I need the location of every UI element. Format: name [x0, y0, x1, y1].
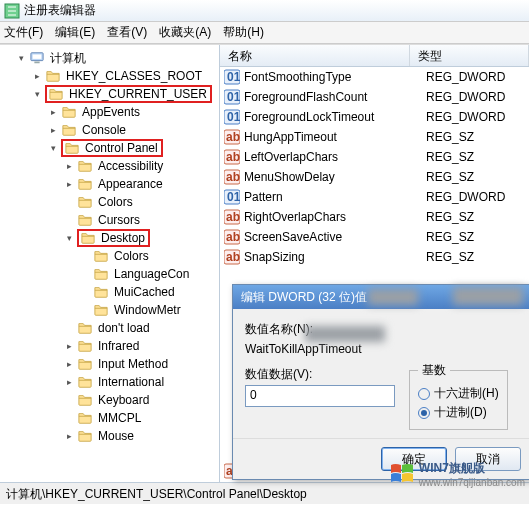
expand-icon[interactable]: ▸ [64, 431, 75, 442]
dialog-title[interactable]: 编辑 DWORD (32 位)值 [233, 285, 529, 309]
tree-desktop-colors[interactable]: Colors [2, 247, 219, 265]
value-name: FontSmoothingType [244, 70, 426, 84]
folder-icon [77, 357, 93, 371]
tree-colors[interactable]: Colors [2, 193, 219, 211]
folder-icon [93, 267, 109, 281]
list-row[interactable]: FontSmoothingTypeREG_DWORD [220, 67, 529, 87]
base-legend: 基数 [418, 362, 450, 379]
menu-edit[interactable]: 编辑(E) [55, 24, 95, 41]
value-name: SnapSizing [244, 250, 426, 264]
tree-root[interactable]: ▾计算机 [2, 49, 219, 67]
expand-icon[interactable]: ▸ [64, 179, 75, 190]
sz-value-icon [224, 209, 240, 225]
expand-icon[interactable]: ▸ [64, 341, 75, 352]
folder-icon [77, 375, 93, 389]
tree-windowmetr[interactable]: WindowMetr [2, 301, 219, 319]
value-name: ForegroundFlashCount [244, 90, 426, 104]
tree-languagecon[interactable]: LanguageCon [2, 265, 219, 283]
tree-hkcr[interactable]: ▸HKEY_CLASSES_ROOT [2, 67, 219, 85]
list-row[interactable]: ForegroundLockTimeoutREG_DWORD [220, 107, 529, 127]
computer-icon [29, 51, 45, 65]
tree-international[interactable]: ▸International [2, 373, 219, 391]
collapse-icon[interactable]: ▾ [64, 233, 75, 244]
value-name: HungAppTimeout [244, 130, 426, 144]
tree-mmcpl[interactable]: MMCPL [2, 409, 219, 427]
tree-inputmethod[interactable]: ▸Input Method [2, 355, 219, 373]
tree-mouse[interactable]: ▸Mouse [2, 427, 219, 445]
windows-logo-icon [389, 463, 415, 485]
list-row[interactable]: SnapSizingREG_SZ [220, 247, 529, 267]
folder-icon [80, 231, 96, 245]
list-row[interactable]: MenuShowDelayREG_SZ [220, 167, 529, 187]
column-name[interactable]: 名称 [220, 45, 410, 66]
expand-icon[interactable]: ▸ [64, 359, 75, 370]
tree-appearance[interactable]: ▸Appearance [2, 175, 219, 193]
expand-icon[interactable]: ▸ [32, 71, 43, 82]
tree-desktop[interactable]: ▾Desktop [2, 229, 219, 247]
tree-infrared[interactable]: ▸Infrared [2, 337, 219, 355]
list-row[interactable]: RightOverlapCharsREG_SZ [220, 207, 529, 227]
base-fieldset: 基数 十六进制(H) 十进制(D) [409, 362, 508, 430]
folder-icon [93, 249, 109, 263]
data-label: 数值数据(V): [245, 366, 395, 383]
tree-accessibility[interactable]: ▸Accessibility [2, 157, 219, 175]
collapse-icon[interactable]: ▾ [32, 89, 43, 100]
tree-dontload[interactable]: don't load [2, 319, 219, 337]
value-type: REG_DWORD [426, 90, 529, 104]
radio-dec[interactable]: 十进制(D) [418, 404, 499, 421]
dword-value-icon [224, 89, 240, 105]
value-data-input[interactable]: 0 [245, 385, 395, 407]
folder-icon [77, 213, 93, 227]
value-name: RightOverlapChars [244, 210, 426, 224]
value-type: REG_SZ [426, 230, 529, 244]
sz-value-icon [224, 149, 240, 165]
titlebar: 注册表编辑器 [0, 0, 529, 22]
column-type[interactable]: 类型 [410, 45, 529, 66]
tree-muicached[interactable]: MuiCached [2, 283, 219, 301]
tree-cursors[interactable]: Cursors [2, 211, 219, 229]
value-type: REG_SZ [426, 250, 529, 264]
collapse-icon[interactable]: ▾ [48, 143, 59, 154]
value-name-display: WaitToKillAppTimeout [245, 340, 519, 362]
list-row[interactable]: ScreenSaveActiveREG_SZ [220, 227, 529, 247]
tree-controlpanel[interactable]: ▾Control Panel [2, 139, 219, 157]
value-name: MenuShowDelay [244, 170, 426, 184]
menu-favorites[interactable]: 收藏夹(A) [159, 24, 211, 41]
value-type: REG_SZ [426, 170, 529, 184]
tree-console[interactable]: ▸Console [2, 121, 219, 139]
folder-icon [77, 429, 93, 443]
sz-value-icon [224, 169, 240, 185]
radio-hex[interactable]: 十六进制(H) [418, 385, 499, 402]
list-row[interactable]: HungAppTimeoutREG_SZ [220, 127, 529, 147]
tree-pane[interactable]: ▾计算机 ▸HKEY_CLASSES_ROOT ▾HKEY_CURRENT_US… [0, 45, 220, 482]
menu-help[interactable]: 帮助(H) [223, 24, 264, 41]
watermark: WIN7旗舰版 www.win7qijianban.com [389, 460, 525, 488]
menu-view[interactable]: 查看(V) [107, 24, 147, 41]
tree-keyboard[interactable]: Keyboard [2, 391, 219, 409]
collapse-icon[interactable]: ▾ [16, 53, 27, 64]
value-type: REG_DWORD [426, 110, 529, 124]
expand-icon[interactable]: ▸ [48, 125, 59, 136]
expand-icon[interactable]: ▸ [64, 161, 75, 172]
folder-icon [93, 285, 109, 299]
regedit-icon [4, 3, 20, 19]
dword-value-icon [224, 109, 240, 125]
dword-value-icon [224, 189, 240, 205]
menu-file[interactable]: 文件(F) [4, 24, 43, 41]
folder-icon [77, 195, 93, 209]
tree-appevents[interactable]: ▸AppEvents [2, 103, 219, 121]
folder-icon [93, 303, 109, 317]
expand-icon[interactable]: ▸ [48, 107, 59, 118]
menubar: 文件(F) 编辑(E) 查看(V) 收藏夹(A) 帮助(H) [0, 22, 529, 44]
value-type: REG_DWORD [426, 70, 529, 84]
list-row[interactable]: PatternREG_DWORD [220, 187, 529, 207]
list-row[interactable]: LeftOverlapCharsREG_SZ [220, 147, 529, 167]
list-row[interactable]: ForegroundFlashCountREG_DWORD [220, 87, 529, 107]
value-type: REG_SZ [426, 210, 529, 224]
list-header: 名称 类型 [220, 45, 529, 67]
folder-icon [48, 87, 64, 101]
folder-icon [61, 123, 77, 137]
expand-icon[interactable]: ▸ [64, 377, 75, 388]
folder-icon [77, 177, 93, 191]
tree-hkcu[interactable]: ▾HKEY_CURRENT_USER [2, 85, 219, 103]
